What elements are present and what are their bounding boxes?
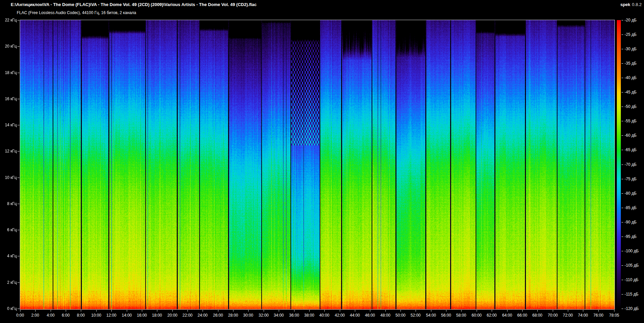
db-tick-label: -50 дБ <box>625 104 637 109</box>
db-tick-label: -100 дБ <box>625 249 639 253</box>
freq-tick-label: 16 кГц <box>0 96 17 101</box>
db-tick <box>622 222 623 222</box>
freq-tick-label: 10 кГц <box>0 175 17 180</box>
time-tick <box>96 310 97 312</box>
time-tick <box>492 310 492 312</box>
app-brand: spek0.8.2 <box>620 2 642 7</box>
db-tick-label: -55 дБ <box>625 119 637 123</box>
spectrogram-plot-area <box>20 20 615 310</box>
db-tick-label: -30 дБ <box>625 47 637 51</box>
db-tick-label: -60 дБ <box>625 133 637 138</box>
db-tick-label: -110 дБ <box>625 277 638 282</box>
time-tick <box>340 310 340 312</box>
db-tick-label: -105 дБ <box>625 263 639 268</box>
time-tick <box>583 310 583 312</box>
db-tick <box>622 265 623 266</box>
db-tick-label: -80 дБ <box>625 191 637 196</box>
time-tick <box>568 310 568 312</box>
time-tick <box>461 310 462 312</box>
time-tick <box>294 310 294 312</box>
time-tick <box>598 310 599 312</box>
time-tick-label: 78:05 <box>604 313 624 318</box>
file-path: E:\Антициклон\VA - The Dome (FLAC)\VA - … <box>11 2 257 7</box>
time-tick <box>446 310 446 312</box>
time-tick <box>416 310 416 312</box>
time-tick <box>233 310 233 312</box>
time-tick <box>477 310 477 312</box>
time-tick <box>309 310 310 312</box>
time-tick <box>400 310 401 312</box>
time-tick <box>370 310 370 312</box>
db-tick <box>622 107 623 107</box>
time-tick <box>51 310 51 312</box>
time-tick <box>522 310 523 312</box>
db-tick-label: -85 дБ <box>625 205 637 210</box>
time-tick <box>20 310 20 312</box>
db-tick <box>622 135 623 136</box>
db-tick-label: -115 дБ <box>625 292 638 297</box>
time-tick <box>553 310 553 312</box>
time-tick <box>81 310 81 312</box>
db-tick <box>622 251 623 251</box>
db-tick-label: -40 дБ <box>625 75 637 80</box>
spek-window: E:\Антициклон\VA - The Dome (FLAC)\VA - … <box>0 0 644 323</box>
time-tick <box>66 310 66 312</box>
db-tick-label: -20 дБ <box>625 18 637 22</box>
freq-tick-label: 20 кГц <box>0 44 17 49</box>
colorbar-canvas <box>617 20 621 309</box>
time-tick <box>279 310 279 312</box>
time-tick <box>187 310 188 312</box>
db-tick <box>622 309 623 309</box>
db-tick-label: -45 дБ <box>625 90 637 94</box>
freq-tick <box>17 230 19 230</box>
db-tick-label: -95 дБ <box>625 234 637 239</box>
time-tick <box>264 310 264 312</box>
freq-tick-label: 14 кГц <box>0 123 17 127</box>
time-tick <box>111 310 112 312</box>
freq-tick-label: 22 кГц <box>0 18 17 22</box>
freq-tick <box>17 20 19 20</box>
db-tick <box>622 20 623 20</box>
freq-tick <box>17 46 19 47</box>
app-version: 0.8.2 <box>632 2 642 7</box>
db-tick <box>622 193 623 194</box>
freq-tick-label: 0 кГц <box>0 306 17 311</box>
freq-tick-label: 4 кГц <box>0 254 17 258</box>
freq-tick <box>17 151 19 151</box>
db-tick-label: -90 дБ <box>625 220 637 224</box>
freq-tick-label: 12 кГц <box>0 149 17 153</box>
db-tick <box>622 208 623 208</box>
db-tick <box>622 63 623 64</box>
db-tick <box>622 294 623 295</box>
time-tick <box>157 310 157 312</box>
app-name: spek <box>620 2 630 7</box>
db-tick <box>622 49 623 49</box>
time-tick <box>431 310 431 312</box>
db-tick <box>622 121 623 121</box>
db-tick-label: -120 дБ <box>625 306 639 311</box>
freq-tick <box>17 73 19 73</box>
db-tick <box>622 165 623 165</box>
freq-tick-label: 6 кГц <box>0 228 17 232</box>
time-tick <box>507 310 507 312</box>
db-tick <box>622 179 623 179</box>
freq-tick <box>17 282 19 283</box>
freq-tick <box>17 256 19 256</box>
db-tick <box>622 35 623 35</box>
time-tick <box>35 310 36 312</box>
time-tick <box>614 310 614 312</box>
db-tick <box>622 78 623 78</box>
freq-tick-label: 8 кГц <box>0 201 17 206</box>
db-tick <box>622 280 623 280</box>
db-tick-label: -35 дБ <box>625 61 637 66</box>
db-tick-label: -25 дБ <box>625 32 637 37</box>
freq-tick-label: 18 кГц <box>0 70 17 75</box>
db-tick-label: -70 дБ <box>625 162 637 167</box>
freq-tick-label: 2 кГц <box>0 280 17 285</box>
file-info: FLAC (Free Lossless Audio Codec), 44100 … <box>17 10 136 15</box>
freq-tick <box>17 309 19 309</box>
time-tick <box>203 310 203 312</box>
time-tick <box>248 310 249 312</box>
db-tick <box>622 92 623 92</box>
freq-tick <box>17 204 19 204</box>
